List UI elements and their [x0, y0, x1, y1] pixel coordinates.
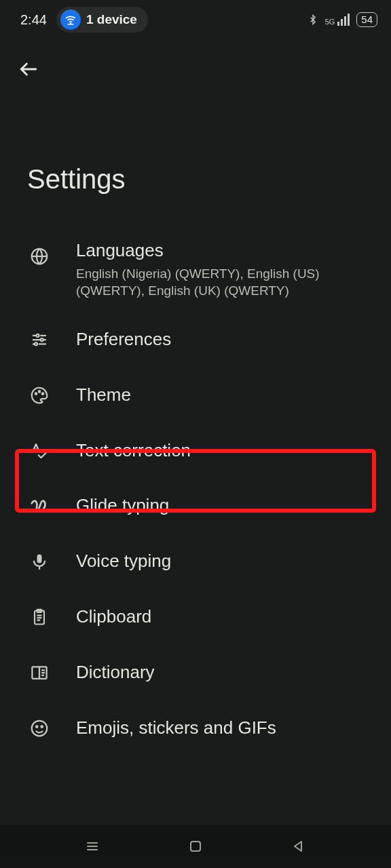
- mic-icon: [27, 552, 52, 571]
- clock: 2:44: [20, 12, 47, 28]
- settings-item-emojis[interactable]: Emojis, stickers and GIFs: [0, 701, 391, 756]
- svg-point-11: [32, 720, 48, 736]
- item-label: Theme: [76, 384, 375, 407]
- svg-point-6: [39, 391, 41, 393]
- svg-point-13: [41, 726, 43, 728]
- square-icon: [187, 838, 204, 854]
- svg-point-5: [35, 393, 37, 395]
- item-label: Dictionary: [76, 661, 375, 684]
- signal-icon: 5G: [325, 14, 350, 26]
- nav-back-button[interactable]: [285, 833, 312, 860]
- book-icon: [27, 663, 52, 683]
- item-label: Text correction: [76, 439, 375, 462]
- settings-item-text-correction[interactable]: Text correction: [0, 423, 391, 479]
- text-check-icon: [27, 441, 52, 461]
- settings-item-dictionary[interactable]: Dictionary: [0, 645, 391, 701]
- item-label: Voice typing: [76, 550, 375, 573]
- item-label: Clipboard: [76, 606, 375, 629]
- triangle-back-icon: [291, 838, 307, 854]
- bluetooth-icon: [308, 12, 318, 27]
- globe-icon: [27, 246, 52, 267]
- menu-icon: [84, 838, 100, 854]
- back-button[interactable]: [15, 56, 42, 83]
- settings-item-theme[interactable]: Theme: [0, 368, 391, 423]
- settings-list: Languages English (Nigeria) (QWERTY), En…: [0, 227, 391, 755]
- status-left: 2:44 1 device: [20, 7, 148, 33]
- item-label: Emojis, stickers and GIFs: [76, 717, 375, 740]
- nav-home-button[interactable]: [182, 833, 209, 860]
- svg-point-0: [70, 22, 71, 24]
- settings-item-languages[interactable]: Languages English (Nigeria) (QWERTY), En…: [0, 227, 391, 312]
- gesture-icon: [27, 496, 52, 516]
- wifi-icon: [60, 9, 81, 30]
- item-label: Glide typing: [76, 494, 375, 517]
- settings-item-preferences[interactable]: Preferences: [0, 312, 391, 368]
- sliders-icon: [27, 330, 52, 350]
- settings-item-voice-typing[interactable]: Voice typing: [0, 534, 391, 589]
- status-bar: 2:44 1 device 5G 54: [0, 0, 391, 37]
- settings-item-clipboard[interactable]: Clipboard: [0, 589, 391, 645]
- svg-rect-14: [191, 842, 200, 851]
- settings-item-glide-typing[interactable]: Glide typing: [0, 478, 391, 534]
- svg-point-2: [37, 334, 39, 337]
- item-label: Preferences: [76, 328, 375, 351]
- smile-icon: [27, 718, 52, 738]
- battery-indicator: 54: [356, 12, 377, 27]
- arrow-left-icon: [18, 58, 39, 80]
- svg-point-12: [36, 726, 38, 728]
- nav-recent-button[interactable]: [79, 833, 106, 860]
- page-title: Settings: [0, 83, 391, 227]
- svg-point-3: [41, 338, 43, 341]
- device-pill[interactable]: 1 device: [56, 7, 148, 33]
- svg-point-7: [42, 393, 44, 395]
- palette-icon: [27, 385, 52, 406]
- navigation-bar: [0, 825, 391, 868]
- item-label: Languages: [76, 239, 375, 262]
- status-right: 5G 54: [308, 12, 377, 27]
- device-count: 1 device: [86, 12, 137, 27]
- item-sub: English (Nigeria) (QWERTY), English (US)…: [76, 265, 375, 300]
- clipboard-icon: [27, 608, 52, 627]
- svg-point-4: [35, 342, 37, 345]
